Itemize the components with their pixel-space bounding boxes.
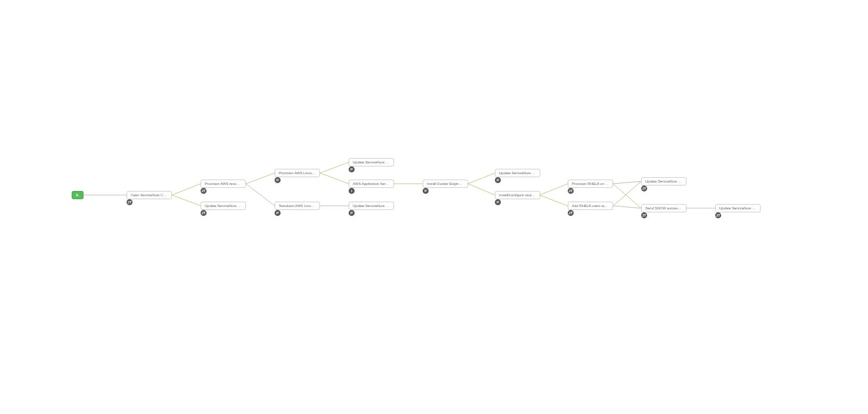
svg-line-6 (320, 173, 349, 184)
node-teardown-aws-linux-resources[interactable]: Teardown AWS Linux Resource... (275, 202, 320, 210)
node-badge: P (349, 166, 355, 172)
svg-line-3 (246, 173, 275, 184)
node-badge: JT (715, 212, 721, 218)
node-aws-application-servers[interactable]: AWS Application Servers (349, 180, 394, 188)
svg-line-4 (246, 184, 275, 206)
node-badge: P (423, 188, 429, 194)
node-label: AWS Application Servers (353, 182, 390, 186)
node-badge: P (495, 199, 501, 205)
node-update-snow-change-1[interactable]: Update ServiceNow Change Re... (201, 202, 246, 210)
node-update-snow-change-3[interactable]: Update ServiceNow Change Re... (349, 202, 394, 210)
node-badge: P (495, 177, 501, 183)
svg-line-9 (468, 173, 495, 184)
svg-line-10 (468, 184, 495, 195)
node-update-snow-change-2[interactable]: Update ServiceNow Change Re... (349, 158, 394, 166)
node-badge: JT (127, 199, 133, 205)
node-label: Update ServiceNow Change Re... (645, 180, 682, 183)
start-node[interactable]: START (72, 191, 84, 199)
node-label: Provision RHEL8 on Linux In... (572, 182, 609, 186)
node-label: Update ServiceNow Change Re... (353, 204, 390, 208)
node-send-snow-success-email[interactable]: Send SNOW success email (641, 204, 687, 212)
node-badge: JT (568, 210, 574, 216)
node-badge: JT (201, 210, 207, 216)
node-label: Update ServiceNow Change Re... (499, 171, 536, 175)
node-badge: JT (641, 186, 647, 191)
node-provision-rhel8[interactable]: Provision RHEL8 on Linux In... (568, 180, 613, 188)
svg-line-1 (172, 184, 201, 195)
node-label: Open ServiceNow Change Requ... (131, 193, 168, 197)
svg-line-16 (613, 206, 641, 208)
node-badge: I (349, 188, 355, 194)
node-badge: JT (641, 212, 647, 218)
node-label: Update ServiceNow Change Re... (205, 204, 242, 208)
node-install-docker-engine[interactable]: Install Docker Engine on Li... (423, 180, 468, 188)
node-update-snow-change-6[interactable]: Update ServiceNow Change Re... (715, 204, 761, 212)
node-badge: P (349, 210, 355, 216)
node-update-snow-change-5[interactable]: Update ServiceNow Change Re... (641, 177, 687, 186)
node-label: install/configure vault on ... (499, 193, 536, 197)
node-label: Provision AWS resources (205, 182, 242, 186)
node-label: Update ServiceNow Change Re... (719, 206, 756, 210)
svg-line-11 (540, 184, 568, 195)
node-label: Install Docker Engine on Li... (427, 182, 464, 186)
node-add-rhel8-users[interactable]: Add RHEL8 users to AWS Inst... (568, 202, 613, 210)
start-node-label: START (76, 193, 79, 197)
node-provision-aws-linux-instances[interactable]: Provision AWS Linux Instanc... (275, 169, 320, 177)
node-label: Update ServiceNow Change Re... (353, 160, 390, 164)
svg-line-12 (540, 195, 568, 206)
workflow-canvas[interactable]: START Open ServiceNow Change Requ... JT … (0, 0, 868, 414)
svg-line-15 (613, 181, 641, 206)
svg-line-14 (613, 184, 641, 208)
node-label: Teardown AWS Linux Resource... (279, 204, 316, 208)
node-badge: P (275, 210, 281, 216)
svg-line-13 (613, 181, 641, 184)
node-install-configure-vault[interactable]: install/configure vault on ... (495, 191, 540, 199)
node-provision-aws-resources[interactable]: Provision AWS resources (201, 180, 246, 188)
svg-line-2 (172, 195, 201, 206)
node-label: Provision AWS Linux Instanc... (279, 171, 316, 175)
node-update-snow-change-4[interactable]: Update ServiceNow Change Re... (495, 169, 540, 177)
node-label: Send SNOW success email (645, 206, 682, 210)
node-badge: JT (568, 188, 574, 194)
svg-line-5 (320, 162, 349, 173)
node-badge: P (275, 177, 281, 183)
node-open-servicenow-change-request[interactable]: Open ServiceNow Change Requ... (127, 191, 172, 199)
node-label: Add RHEL8 users to AWS Inst... (572, 204, 609, 208)
node-badge: JT (201, 188, 207, 194)
